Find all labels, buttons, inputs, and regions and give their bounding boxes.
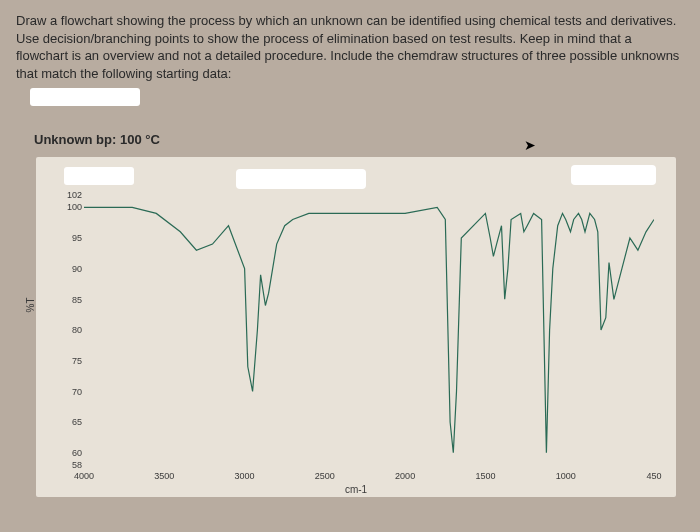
x-tick-label: 1000 [556, 471, 576, 481]
redaction-block [30, 88, 140, 106]
y-tick-label: 60 [58, 448, 82, 458]
x-tick-label: 3500 [154, 471, 174, 481]
y-tick-label: 75 [58, 356, 82, 366]
x-tick-label: 1500 [475, 471, 495, 481]
x-tick-label: 2500 [315, 471, 335, 481]
plot-area [84, 195, 654, 465]
y-tick-label: 95 [58, 233, 82, 243]
redaction-block [64, 167, 134, 185]
redaction-block [236, 169, 366, 189]
y-axis-label: %T [25, 298, 36, 313]
y-axis-ticks: 102100959085807570656058 [58, 195, 82, 465]
y-tick-label: 58 [58, 460, 82, 470]
y-tick-label: 102 [58, 190, 82, 200]
x-tick-label: 3000 [235, 471, 255, 481]
x-axis-ticks: 4000350030002500200015001000450 [84, 471, 666, 483]
unknown-bp-label: Unknown bp: 100 °C [34, 132, 684, 147]
x-tick-label: 2000 [395, 471, 415, 481]
x-axis-label: cm-1 [345, 484, 367, 495]
redaction-block [571, 165, 656, 185]
x-tick-label: 450 [646, 471, 661, 481]
y-tick-label: 85 [58, 295, 82, 305]
x-tick-label: 4000 [74, 471, 94, 481]
y-tick-label: 70 [58, 387, 82, 397]
instructions-text: Draw a flowchart showing the process by … [16, 12, 684, 82]
y-tick-label: 65 [58, 417, 82, 427]
y-tick-label: 90 [58, 264, 82, 274]
y-tick-label: 100 [58, 202, 82, 212]
y-tick-label: 80 [58, 325, 82, 335]
ir-spectrum-chart: ➤ %T 102100959085807570656058 4000350030… [36, 157, 676, 497]
